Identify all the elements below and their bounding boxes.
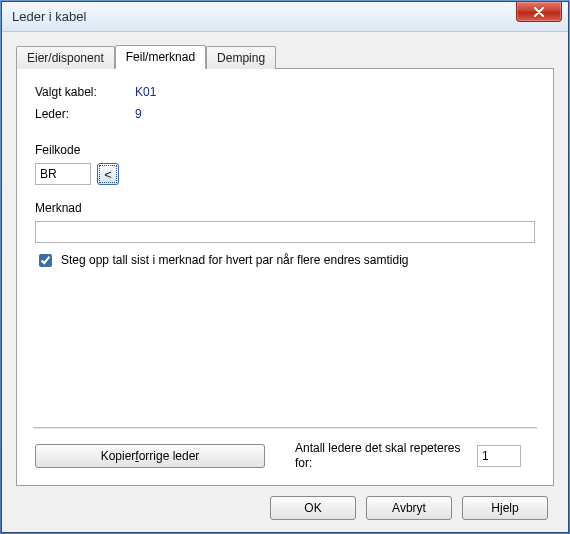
close-icon (533, 7, 545, 17)
separator (33, 427, 537, 429)
chevron-left-icon: < (104, 167, 112, 182)
close-button[interactable] (516, 2, 562, 22)
dialog-window: Leder i kabel Eier/disponent Feil/merkna… (1, 1, 569, 533)
leder-label: Leder: (35, 107, 135, 121)
step-checkbox[interactable] (39, 254, 52, 267)
tab-eier-disponent[interactable]: Eier/disponent (16, 46, 115, 69)
tabstrip: Eier/disponent Feil/merknad Demping (16, 44, 554, 68)
titlebar: Leder i kabel (2, 2, 568, 32)
ok-button[interactable]: OK (270, 496, 356, 520)
tab-demping[interactable]: Demping (206, 46, 276, 69)
step-checkbox-label: Steg opp tall sist i merknad for hvert p… (61, 253, 409, 268)
copy-previous-button[interactable]: Kopier forrige leder (35, 444, 265, 468)
window-title: Leder i kabel (12, 9, 86, 24)
valgt-kabel-label: Valgt kabel: (35, 85, 135, 99)
leder-value: 9 (135, 107, 142, 121)
cancel-button[interactable]: Avbryt (366, 496, 452, 520)
repeat-group: Antall ledere det skal repeteres for: (295, 441, 521, 471)
tab-feil-merknad[interactable]: Feil/merknad (115, 45, 206, 69)
feilkode-picker-button[interactable]: < (97, 163, 119, 185)
feilkode-label: Feilkode (35, 143, 535, 157)
valgt-kabel-value: K01 (135, 85, 156, 99)
client-area: Eier/disponent Feil/merknad Demping Valg… (2, 32, 568, 532)
help-button[interactable]: Hjelp (462, 496, 548, 520)
dialog-button-row: OK Avbryt Hjelp (16, 486, 554, 520)
repeat-count-input[interactable] (477, 445, 521, 467)
merknad-input[interactable] (35, 221, 535, 243)
feilkode-input[interactable] (35, 163, 91, 185)
merknad-label: Merknad (35, 201, 535, 215)
tab-page-feil-merknad: Valgt kabel: K01 Leder: 9 Feilkode < (16, 68, 554, 486)
repeat-label: Antall ledere det skal repeteres for: (295, 441, 465, 471)
